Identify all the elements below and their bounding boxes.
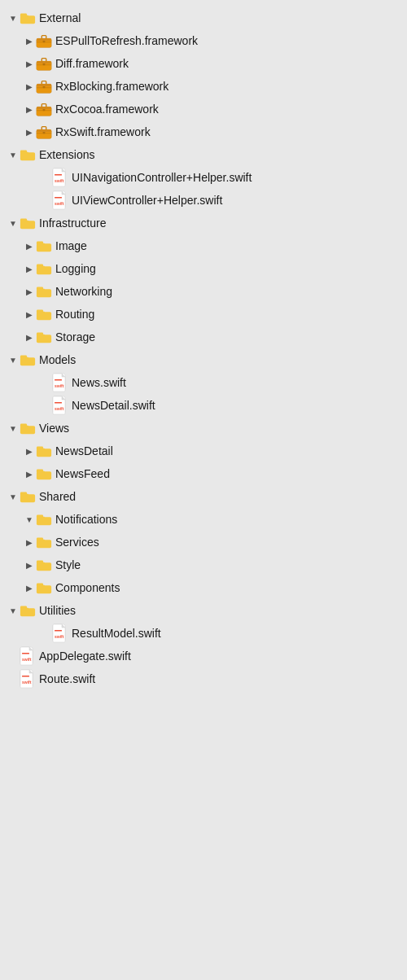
- tree-item-espull[interactable]: ESPullToRefresh.framework: [0, 29, 407, 52]
- icon-newsdetail-folder: [36, 443, 52, 459]
- tree-item-infrastructure[interactable]: Infrastructure: [0, 212, 407, 234]
- icon-external: [20, 10, 36, 26]
- icon-uiviewcontroller: swift: [52, 192, 68, 208]
- tree-item-uiviewcontroller[interactable]: swift UIViewController+Helper.swift: [0, 189, 407, 212]
- arrow-models[interactable]: [7, 353, 20, 366]
- svg-rect-91: [43, 540, 45, 541]
- arrow-rxblocking[interactable]: [23, 80, 36, 93]
- icon-storage: [36, 329, 52, 345]
- arrow-image[interactable]: [23, 239, 36, 252]
- arrow-rxswift[interactable]: [23, 125, 36, 138]
- label-rxcocoa: RxCocoa.framework: [55, 103, 159, 116]
- arrow-utilities[interactable]: [7, 604, 20, 617]
- svg-rect-61: [43, 312, 45, 313]
- label-networking: Networking: [55, 285, 112, 298]
- label-style: Style: [55, 558, 81, 571]
- arrow-espull[interactable]: [23, 34, 36, 47]
- icon-diff: [36, 55, 52, 72]
- icon-newsdetail-swift: swift: [52, 397, 68, 413]
- tree-item-newsfeed-folder[interactable]: NewsFeed: [0, 462, 407, 485]
- label-diff: Diff.framework: [55, 57, 129, 70]
- tree-item-diff[interactable]: Diff.framework: [0, 52, 407, 75]
- icon-networking: [36, 283, 52, 300]
- svg-rect-58: [43, 289, 45, 291]
- tree-item-components[interactable]: Components: [0, 576, 407, 599]
- tree-item-routing[interactable]: Routing: [0, 303, 407, 326]
- svg-rect-69: [55, 379, 62, 381]
- label-notifications: Notifications: [55, 513, 117, 526]
- icon-infrastructure: [20, 215, 36, 231]
- svg-rect-105: [22, 653, 29, 654]
- label-storage: Storage: [55, 330, 95, 343]
- svg-rect-90: [37, 538, 43, 542]
- arrow-external[interactable]: [7, 11, 20, 24]
- svg-text:swift: swift: [22, 657, 32, 662]
- svg-rect-2: [27, 15, 28, 17]
- svg-rect-66: [20, 356, 27, 360]
- tree-item-external[interactable]: External: [0, 7, 407, 29]
- tree-item-services[interactable]: Services: [0, 531, 407, 553]
- arrow-infrastructure[interactable]: [7, 217, 20, 230]
- arrow-diff[interactable]: [23, 57, 36, 70]
- icon-notifications: [36, 511, 52, 527]
- svg-text:swift: swift: [55, 201, 64, 206]
- label-shared: Shared: [39, 490, 76, 503]
- tree-item-logging[interactable]: Logging: [0, 257, 407, 280]
- arrow-views[interactable]: [7, 422, 20, 435]
- tree-item-route[interactable]: swift Route.swift: [0, 667, 407, 690]
- svg-rect-48: [20, 219, 27, 223]
- tree-item-appdelegate[interactable]: swift AppDelegate.swift: [0, 645, 407, 667]
- tree-item-resultmodel[interactable]: swift ResultModel.swift: [0, 622, 407, 645]
- tree-item-networking[interactable]: Networking: [0, 280, 407, 303]
- tree-item-rxcocoa[interactable]: RxCocoa.framework: [0, 98, 407, 120]
- tree-item-rxblocking[interactable]: RxBlocking.framework: [0, 75, 407, 98]
- arrow-rxcocoa[interactable]: [23, 103, 36, 116]
- svg-rect-52: [43, 243, 45, 245]
- icon-rxswift: [36, 124, 52, 140]
- arrow-newsdetail-folder[interactable]: [23, 444, 36, 457]
- label-appdelegate: AppDelegate.swift: [39, 650, 131, 663]
- icon-logging: [36, 260, 52, 277]
- tree-item-views[interactable]: Views: [0, 417, 407, 440]
- icon-utilities: [20, 602, 36, 619]
- tree-item-style[interactable]: Style: [0, 553, 407, 576]
- arrow-components[interactable]: [23, 581, 36, 594]
- label-models: Models: [39, 353, 76, 366]
- tree-item-newsdetail-swift[interactable]: swift NewsDetail.swift: [0, 394, 407, 417]
- arrow-storage[interactable]: [23, 330, 36, 343]
- arrow-notifications[interactable]: [23, 513, 36, 526]
- tree-item-extensions[interactable]: Extensions: [0, 143, 407, 166]
- svg-text:swift: swift: [55, 383, 64, 388]
- tree-item-shared[interactable]: Shared: [0, 485, 407, 508]
- tree-item-storage[interactable]: Storage: [0, 326, 407, 348]
- tree-item-news-swift[interactable]: swift News.swift: [0, 371, 407, 394]
- icon-routing: [36, 306, 52, 322]
- tree-item-newsdetail-folder[interactable]: NewsDetail: [0, 440, 407, 462]
- tree-item-rxswift[interactable]: RxSwift.framework: [0, 120, 407, 143]
- tree-item-uinavigation[interactable]: swift UINavigationController+Helper.swif…: [0, 166, 407, 189]
- svg-rect-8: [37, 38, 51, 41]
- arrow-shared[interactable]: [7, 490, 20, 503]
- tree-item-models[interactable]: Models: [0, 348, 407, 371]
- arrow-extensions[interactable]: [7, 148, 20, 161]
- arrow-newsfeed-folder[interactable]: [23, 467, 36, 480]
- label-rxblocking: RxBlocking.framework: [55, 80, 168, 93]
- label-routing: Routing: [55, 308, 94, 321]
- svg-rect-9: [43, 41, 46, 42]
- icon-uinavigation: swift: [52, 169, 68, 186]
- svg-rect-84: [20, 492, 27, 497]
- arrow-networking[interactable]: [23, 285, 36, 298]
- svg-rect-42: [55, 174, 62, 176]
- arrow-style[interactable]: [23, 558, 36, 571]
- tree-item-image[interactable]: Image: [0, 234, 407, 257]
- svg-rect-16: [43, 63, 46, 65]
- svg-text:swift: swift: [55, 634, 64, 639]
- icon-espull: [36, 33, 52, 49]
- tree-item-utilities[interactable]: Utilities: [0, 599, 407, 622]
- tree-item-notifications[interactable]: Notifications: [0, 508, 407, 531]
- svg-rect-1: [20, 14, 27, 18]
- arrow-logging[interactable]: [23, 262, 36, 275]
- arrow-services[interactable]: [23, 536, 36, 549]
- label-image: Image: [55, 239, 87, 252]
- arrow-routing[interactable]: [23, 308, 36, 321]
